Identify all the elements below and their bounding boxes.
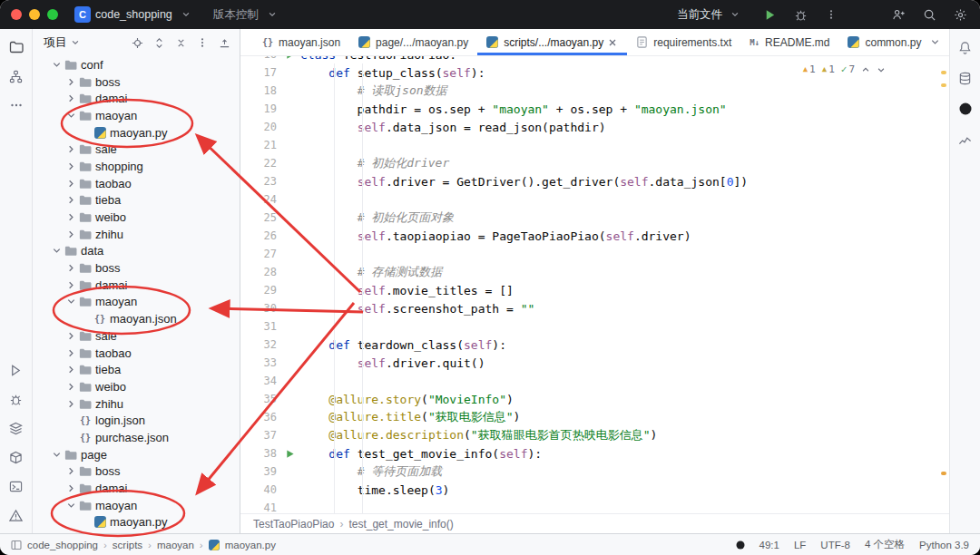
tab-README.md[interactable]: M↓README.md xyxy=(740,29,838,55)
chevron-right-icon[interactable] xyxy=(65,93,77,103)
code-line-19[interactable]: 19 pathdir = os.sep + "maoyan" + os.sep … xyxy=(240,100,949,118)
scrollbar-warning-mark[interactable] xyxy=(941,83,946,87)
debug-icon[interactable] xyxy=(4,386,29,412)
tree-item-boss[interactable]: boss xyxy=(33,73,240,91)
window-icon[interactable] xyxy=(11,540,22,550)
black-dot-indicator-icon[interactable] xyxy=(736,540,745,550)
code-line-32[interactable]: 32 def teardown_class(self): xyxy=(240,336,949,354)
more-icon[interactable] xyxy=(192,33,212,53)
tree-item-boss[interactable]: boss xyxy=(33,463,240,481)
notifications-bell-icon[interactable] xyxy=(953,34,978,60)
problems-icon[interactable] xyxy=(4,502,29,528)
chevron-right-icon[interactable] xyxy=(65,77,77,87)
scrollbar-warning-mark[interactable] xyxy=(941,472,946,475)
passed-badge[interactable]: ✓7 xyxy=(841,63,855,75)
code-line-20[interactable]: 20 self.data_json = read_json(pathdir) xyxy=(240,118,949,136)
terminal-icon[interactable] xyxy=(4,473,29,499)
tree-item-damai[interactable]: damai xyxy=(33,90,240,107)
tab-common.py[interactable]: common.py xyxy=(838,29,930,55)
tab-scripts-...-maoyan.py[interactable]: scripts/.../maoyan.py xyxy=(477,29,627,55)
code-line-21[interactable]: 21 xyxy=(240,136,949,154)
collapse-all-icon[interactable] xyxy=(171,33,191,53)
tree-item-conf[interactable]: conf xyxy=(33,56,240,73)
chevron-right-icon[interactable] xyxy=(65,466,77,476)
tree-item-boss[interactable]: boss xyxy=(33,259,240,277)
python-packages-icon[interactable] xyxy=(4,444,29,470)
settings-gear-icon[interactable] xyxy=(951,5,969,24)
chevron-right-icon[interactable] xyxy=(65,483,77,493)
code-line-23[interactable]: 23 self.driver = GetDriver().get_driver(… xyxy=(240,172,949,190)
expand-all-icon[interactable] xyxy=(149,33,169,53)
debug-button[interactable] xyxy=(791,5,809,24)
code-line-37[interactable]: 37 @allure.description("获取猫眼电影首页热映电影信息") xyxy=(240,426,949,444)
chevron-right-icon[interactable] xyxy=(65,144,77,154)
code-line-29[interactable]: 29 self.movie_titles = [] xyxy=(240,281,949,299)
code-line-22[interactable]: 22 # 初始化driver xyxy=(240,154,949,172)
structure-icon[interactable] xyxy=(4,63,29,89)
code-line-27[interactable]: 27 xyxy=(240,245,949,263)
tree-item-maoyan.py[interactable]: maoyan.py xyxy=(33,124,240,141)
code-line-30[interactable]: 30 self.screenshot_path = "" xyxy=(240,299,949,317)
chevron-down-icon[interactable] xyxy=(65,111,77,121)
tab-maoyan.json[interactable]: {}maoyan.json xyxy=(253,29,349,55)
run-button[interactable] xyxy=(760,5,779,24)
chevron-down-icon[interactable] xyxy=(65,501,77,511)
tree-item-maoyan.py[interactable]: maoyan.py xyxy=(33,514,240,531)
tab-page-...-maoyan.py[interactable]: page/.../maoyan.py xyxy=(349,29,477,55)
chevron-down-icon[interactable] xyxy=(65,297,77,307)
chevron-right-icon[interactable] xyxy=(65,331,77,341)
chevron-right-icon[interactable] xyxy=(65,161,77,171)
more-toolwindows-icon[interactable] xyxy=(4,92,29,118)
services-icon[interactable] xyxy=(4,415,29,441)
chevron-right-icon[interactable] xyxy=(65,263,77,273)
run-line-icon[interactable] xyxy=(282,449,297,459)
line-separator-indicator[interactable]: LF xyxy=(794,540,806,550)
code-line-28[interactable]: 28 # 存储测试数据 xyxy=(240,263,949,281)
code-line-31[interactable]: 31 xyxy=(240,317,949,336)
tree-item-maoyan[interactable]: maoyan xyxy=(33,294,240,311)
code-line-41[interactable]: 41 xyxy=(240,499,949,513)
chevron-down-icon[interactable] xyxy=(71,38,80,47)
chevron-right-icon[interactable] xyxy=(65,365,77,375)
tree-item-maoyan.json[interactable]: {}maoyan.json xyxy=(33,310,240,327)
code-line-39[interactable]: 39 # 等待页面加载 xyxy=(240,462,949,481)
chevron-right-icon[interactable] xyxy=(65,179,77,189)
search-icon[interactable] xyxy=(920,5,938,24)
chevron-right-icon[interactable] xyxy=(65,212,77,222)
warning-badge[interactable]: ▲1 xyxy=(803,63,816,75)
prev-problem-icon[interactable] xyxy=(861,65,870,74)
code-with-me-icon[interactable] xyxy=(889,5,907,24)
tree-item-damai[interactable]: damai xyxy=(33,277,240,294)
project-folder-icon[interactable] xyxy=(4,34,29,60)
inspections-widget[interactable]: ▲1 ▲1 ✓7 xyxy=(798,62,891,77)
chevron-right-icon[interactable] xyxy=(65,229,77,239)
chevron-down-icon[interactable] xyxy=(51,450,63,460)
tree-item-purchase.json[interactable]: {}purchase.json xyxy=(33,429,240,446)
code-line-33[interactable]: 33 self.driver.quit() xyxy=(240,354,949,372)
tree-item-login.json[interactable]: {}login.json xyxy=(33,412,240,429)
chevron-down-icon[interactable] xyxy=(51,60,63,70)
code-line-36[interactable]: 36 @allure.title("获取电影信息") xyxy=(240,408,949,426)
code-line-25[interactable]: 25 # 初始化页面对象 xyxy=(240,209,949,227)
chevron-right-icon[interactable] xyxy=(65,399,77,409)
more-run-options-icon[interactable] xyxy=(822,5,840,24)
code-line-26[interactable]: 26 self.taopiaopiao = PageTaoPiaoPiao(se… xyxy=(240,227,949,245)
tree-item-weibo[interactable]: weibo xyxy=(33,378,240,395)
chevron-down-icon[interactable] xyxy=(930,37,940,47)
next-problem-icon[interactable] xyxy=(877,65,886,74)
ai-assistant-icon[interactable] xyxy=(953,96,978,122)
encoding-indicator[interactable]: UTF-8 xyxy=(820,540,850,550)
chevron-right-icon[interactable] xyxy=(65,382,77,392)
status-path-folder[interactable]: scripts xyxy=(113,540,142,550)
close-icon[interactable] xyxy=(608,38,617,47)
tree-item-page[interactable]: page xyxy=(33,446,240,463)
breadcrumb-class[interactable]: TestTaoPiaoPiao xyxy=(253,518,334,531)
run-icon[interactable] xyxy=(4,357,29,383)
caret-position[interactable]: 49:1 xyxy=(760,540,779,550)
code-line-35[interactable]: 35 @allure.story("MovieInfo") xyxy=(240,390,949,408)
code-line-40[interactable]: 40 time.sleep(3) xyxy=(240,481,949,499)
minimize-button[interactable] xyxy=(29,9,40,20)
profiler-chart-icon[interactable] xyxy=(953,127,978,152)
zoom-button[interactable] xyxy=(47,9,58,20)
tree-item-taobao[interactable]: taobao xyxy=(33,175,240,192)
